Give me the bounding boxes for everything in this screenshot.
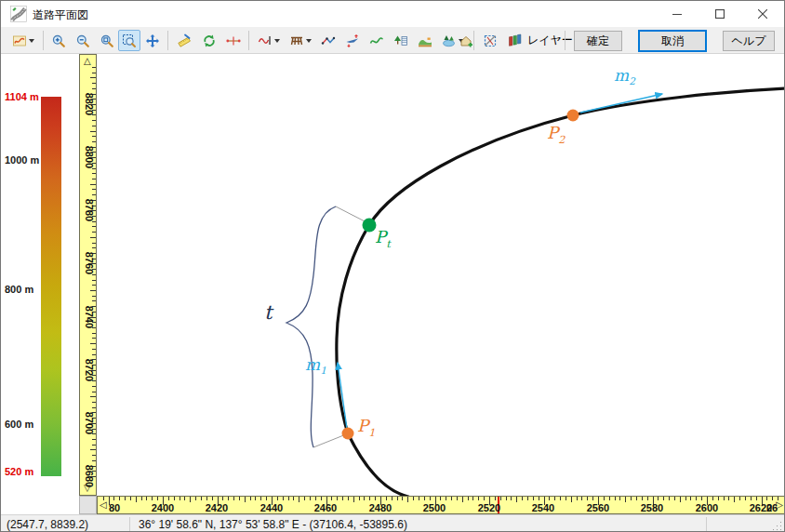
tangent-m2-arrow <box>580 94 662 113</box>
app-window: 道路平面図 <box>0 0 785 532</box>
titlebar: 道路平面図 <box>1 1 784 27</box>
v-ruler-label: 8740 <box>82 305 95 329</box>
label-m2: m2 <box>614 66 635 86</box>
pan-icon <box>145 33 160 48</box>
h-ruler-label: 2440 <box>253 502 290 513</box>
zoom-window-icon <box>122 33 137 48</box>
vertical-curve-menu-button[interactable] <box>254 30 284 51</box>
scroll-left-icon[interactable]: ◁ <box>100 500 107 510</box>
add-structure-icon <box>459 33 473 48</box>
statusbar: (2547.7, 8839.2) 36° 19' 58.6" N, 137° 5… <box>1 514 784 532</box>
brace-connector-bottom <box>313 434 346 447</box>
refresh-icon <box>202 33 217 48</box>
scroll-down-icon[interactable]: ▽ <box>84 484 91 493</box>
minimize-button[interactable] <box>656 1 699 27</box>
road-alignment-curve[interactable] <box>337 88 785 496</box>
legend-label: 1000 m <box>5 154 42 166</box>
label-m1: m1 <box>305 355 326 376</box>
h-ruler-label: 2400 <box>144 502 181 513</box>
slope-measure-icon <box>177 33 192 48</box>
label-t: t <box>264 301 272 324</box>
v-ruler-label: 8720 <box>82 358 95 382</box>
toolbar-separator <box>248 31 249 50</box>
alignment-segment-button[interactable] <box>317 30 339 51</box>
bridge-menu-button[interactable] <box>286 30 315 51</box>
vertical-ruler[interactable]: △ 8820 8800 8780 8760 8740 8720 8700 868… <box>79 54 97 496</box>
pan-button[interactable] <box>141 30 164 51</box>
v-ruler-label: 8760 <box>82 251 95 275</box>
trim-point-button[interactable] <box>222 30 245 51</box>
chevron-down-icon <box>29 39 34 43</box>
zoom-extent-icon <box>100 33 114 48</box>
vertical-curve-icon <box>258 33 273 48</box>
brace-t <box>286 206 336 447</box>
h-ruler-label: 2540 <box>525 502 562 513</box>
legend-label: 800 m <box>5 284 42 295</box>
horizontal-ruler[interactable]: ◁ 80 2400 2420 2440 2460 2480 2500 2520 … <box>97 496 785 514</box>
slope-measure-button[interactable] <box>173 30 195 51</box>
terrain-icon <box>418 33 432 48</box>
layers-label: レイヤー <box>527 33 573 48</box>
point-p1[interactable] <box>342 428 354 440</box>
legend-label: 600 m <box>5 419 42 430</box>
v-ruler-label: 8780 <box>82 198 95 222</box>
statusbar-separator <box>706 517 707 531</box>
plan-view-graphics <box>97 54 785 496</box>
close-icon <box>758 9 767 19</box>
h-ruler-label: 2500 <box>416 502 453 513</box>
roadside-tree-icon <box>393 33 408 48</box>
point-p2[interactable] <box>567 110 579 122</box>
cursor-coordinates: (2547.7, 8839.2) <box>7 518 88 531</box>
minimize-icon <box>672 9 682 19</box>
toolbar-separator <box>565 31 565 50</box>
statusbar-separator <box>129 517 130 531</box>
toolbar-separator <box>167 31 168 50</box>
flight-check-icon <box>345 33 360 48</box>
h-ruler-label: 2460 <box>307 502 344 513</box>
scroll-up-icon[interactable]: △ <box>84 57 91 66</box>
trim-line-button[interactable] <box>479 30 501 51</box>
h-ruler-label: 2580 <box>633 502 671 513</box>
maximize-button[interactable] <box>699 1 741 27</box>
add-structure-button[interactable] <box>455 30 477 51</box>
help-button[interactable]: ヘルプ <box>723 31 775 51</box>
zoom-extent-button[interactable] <box>96 30 118 51</box>
elevation-gradient-bar <box>41 97 61 476</box>
zoom-window-button[interactable] <box>118 30 140 51</box>
h-ruler-label: 2520 <box>471 502 508 513</box>
terrain-button[interactable] <box>414 30 436 51</box>
h-ruler-label: 2480 <box>362 502 399 513</box>
spline-icon <box>369 33 384 48</box>
elevation-legend: 1104 m 1000 m 800 m 600 m 520 m <box>1 54 79 496</box>
zoom-in-icon <box>51 33 66 48</box>
scroll-right-icon[interactable]: ▷ <box>776 500 783 510</box>
v-ruler-label: 8700 <box>82 411 95 435</box>
zoom-in-button[interactable] <box>47 30 70 51</box>
resize-grip-icon[interactable] <box>780 529 781 530</box>
maximize-icon <box>715 9 725 19</box>
refresh-button[interactable] <box>198 30 220 51</box>
v-ruler-label: 8820 <box>82 92 95 116</box>
close-button[interactable] <box>741 1 784 27</box>
h-ruler-label: 2560 <box>579 502 617 513</box>
h-ruler-label: 2420 <box>198 502 235 513</box>
window-title: 道路平面図 <box>33 7 88 23</box>
roadside-tree-button[interactable] <box>390 30 412 51</box>
flight-check-button[interactable] <box>341 30 364 51</box>
cancel-button[interactable]: 取消 <box>638 30 707 52</box>
confirm-button[interactable]: 確定 <box>574 31 622 51</box>
drawing-canvas[interactable]: P1 P2 Pt m1 m2 t <box>97 54 785 496</box>
legend-label-min: 520 m <box>5 466 42 477</box>
h-ruler-label: 2600 <box>688 502 725 513</box>
spline-button[interactable] <box>366 30 388 51</box>
trim-point-icon <box>226 33 241 48</box>
bridge-icon <box>289 33 304 48</box>
label-p2: P2 <box>547 123 565 146</box>
zoom-out-icon <box>75 33 90 48</box>
legend-label-max: 1104 m <box>5 91 42 102</box>
zoom-out-button[interactable] <box>72 30 94 51</box>
toolbar-separator <box>43 31 44 50</box>
chevron-down-icon <box>274 39 280 43</box>
alignment-segment-icon <box>321 33 336 48</box>
label-pt: Pt <box>375 227 391 250</box>
